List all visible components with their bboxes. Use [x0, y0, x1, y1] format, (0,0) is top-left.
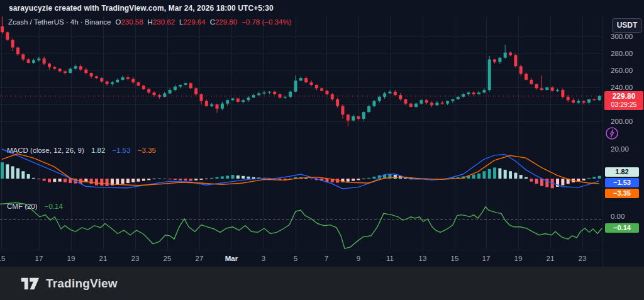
- candle-body: [147, 89, 150, 92]
- last-price-badge: 229.80 03:29:25: [604, 91, 643, 110]
- time-axis[interactable]: 15171921232527Mar357911131517192123: [0, 250, 602, 267]
- macd-bar: [210, 178, 213, 179]
- cmf-legend[interactable]: CMF (20) −0.14: [7, 203, 63, 210]
- macd-bar: [64, 179, 67, 182]
- time-tick-label: 13: [419, 255, 427, 262]
- time-tick-label: 21: [99, 255, 108, 262]
- candle-body: [472, 92, 475, 94]
- time-tick-label: 5: [294, 255, 297, 262]
- candle-body: [577, 101, 580, 103]
- ohlc-value: 229.80: [215, 18, 237, 26]
- candle-body: [289, 92, 292, 97]
- macd-line-value: −1.53: [113, 147, 131, 154]
- candle-body: [53, 67, 56, 69]
- currency-toggle-button[interactable]: USDT: [612, 18, 642, 33]
- candle-body: [598, 96, 601, 100]
- time-tick-label: 17: [35, 255, 43, 262]
- candle-body: [419, 100, 423, 103]
- candle-body: [362, 112, 365, 119]
- candle-body: [69, 69, 72, 73]
- ohlc-value: 229.64: [183, 18, 205, 26]
- candle-body: [504, 53, 507, 58]
- macd-bar: [43, 179, 46, 181]
- time-tick-label: 11: [386, 255, 394, 262]
- macd-bar: [169, 179, 172, 179]
- candle-body: [58, 69, 62, 71]
- macd-bar: [100, 179, 103, 186]
- macd-bar: [482, 171, 486, 179]
- candle-body: [163, 93, 166, 96]
- candle-body: [131, 79, 135, 82]
- macd-bar: [27, 174, 30, 179]
- cmf-value: −0.14: [45, 203, 63, 210]
- candle-body: [64, 71, 67, 73]
- candle-body: [530, 80, 533, 84]
- time-tick-label: 23: [131, 255, 140, 262]
- macd-bar: [58, 179, 62, 182]
- tradingview-chart-widget: sarayucyzie created with TradingView.com…: [0, 0, 644, 300]
- tradingview-logo-link[interactable]: TradingView: [21, 276, 118, 291]
- symbol-title[interactable]: Zcash / TetherUS · 4h · Binance: [8, 18, 111, 26]
- symbol-legend[interactable]: Zcash / TetherUS · 4h · BinanceO230.58H2…: [8, 18, 291, 26]
- macd-histogram: [1, 162, 601, 188]
- macd-bar: [163, 179, 166, 179]
- candle-body: [498, 58, 501, 62]
- candle-body: [430, 103, 433, 105]
- ohlc-value: 230.62: [153, 18, 175, 26]
- candles[interactable]: [1, 16, 601, 126]
- candle-body: [435, 103, 438, 105]
- macd-bar: [367, 178, 370, 179]
- macd-bar: [37, 179, 40, 179]
- time-tick-label: 19: [67, 255, 75, 262]
- macd-legend[interactable]: MACD (close, 12, 26, 9) 1.82 −1.53 −3.35: [7, 147, 156, 154]
- last-price: 229.80: [604, 92, 643, 101]
- cmf-pane[interactable]: [0, 200, 602, 250]
- candle-body: [378, 97, 381, 101]
- lightning-bolt-icon[interactable]: [605, 126, 619, 140]
- price-axis[interactable]: USDT 300.00280.00260.00240.00200.0020.00…: [602, 16, 644, 267]
- candle-body: [482, 90, 486, 92]
- candle-body: [567, 97, 570, 100]
- candle-body: [592, 99, 596, 100]
- macd-bar: [525, 177, 528, 179]
- time-tick-label: 23: [579, 255, 587, 262]
- macd-bar: [252, 177, 255, 179]
- macd-bar: [535, 179, 538, 184]
- candle-body: [236, 99, 240, 102]
- candle-body: [100, 78, 103, 81]
- candle-body: [309, 82, 313, 85]
- time-tick-label: 17: [482, 255, 491, 262]
- macd-bar: [16, 169, 19, 179]
- candle-body: [43, 58, 46, 64]
- candle-body: [315, 85, 318, 88]
- candle-body: [425, 100, 428, 103]
- candle-body: [252, 95, 255, 97]
- macd-bar: [247, 177, 250, 179]
- price-tick-label: 280.00: [611, 50, 633, 57]
- macd-bar: [504, 170, 507, 179]
- cmf-tick-label: 0.00: [611, 213, 625, 220]
- ohlc-values: O230.58H230.62L229.64C229.80: [111, 18, 237, 26]
- candle-body: [84, 70, 87, 73]
- candle-body: [263, 92, 266, 93]
- cmf-line: [0, 203, 602, 248]
- candle-body: [477, 92, 480, 94]
- macd-bar: [6, 164, 9, 179]
- candle-body: [367, 106, 370, 112]
- candle-body: [205, 101, 208, 106]
- macd-bar: [347, 179, 350, 182]
- macd-bar: [142, 179, 145, 181]
- price-tick-label: 300.00: [611, 33, 633, 40]
- candle-body: [268, 92, 271, 92]
- candle-body: [331, 94, 334, 99]
- attribution-text: sarayucyzie created with TradingView.com…: [9, 4, 274, 13]
- candle-body: [11, 40, 14, 47]
- macd-bar: [53, 179, 56, 182]
- cmf-badge: −0.14: [605, 223, 639, 233]
- cmf-title: CMF: [7, 203, 23, 210]
- candle-body: [399, 95, 402, 99]
- macd-bar: [216, 177, 219, 179]
- price-chart-pane[interactable]: [0, 16, 602, 145]
- candle-body: [32, 60, 35, 63]
- macd-bar: [90, 179, 93, 184]
